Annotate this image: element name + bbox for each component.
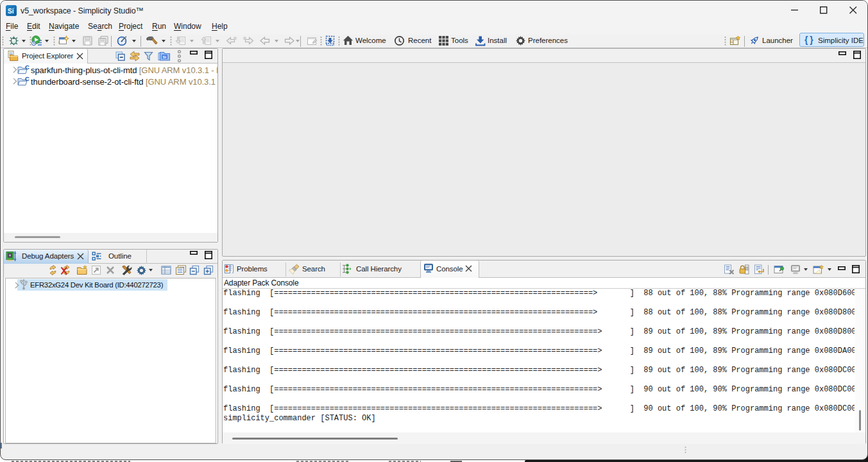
svg-text:C: C <box>25 64 30 71</box>
svg-text:': ' <box>13 7 14 11</box>
svg-text:Si: Si <box>163 55 167 59</box>
svg-text:C: C <box>25 75 30 82</box>
